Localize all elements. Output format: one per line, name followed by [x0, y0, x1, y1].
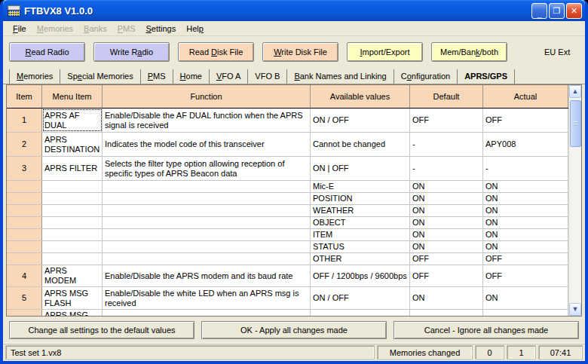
cell-item[interactable] [7, 217, 42, 228]
cell-default[interactable]: OFF [410, 109, 483, 132]
read-disk-file-button[interactable]: Read Disk File [178, 42, 254, 62]
cell-available[interactable]: POSITION [311, 193, 410, 204]
cell-function[interactable] [103, 217, 311, 228]
cell-function[interactable] [103, 253, 311, 265]
ok-button[interactable]: OK - Apply all changes made [201, 321, 387, 339]
cell-menu-item[interactable]: APRS MSG TXT [42, 310, 103, 316]
cell-actual[interactable]: OFF [483, 253, 568, 265]
tab-pms[interactable]: PMS [141, 69, 173, 84]
import-export-button[interactable]: Import/Export [347, 42, 423, 62]
minimize-button[interactable]: _ [531, 3, 547, 19]
cell-actual[interactable]: - [483, 310, 568, 316]
cell-function[interactable]: Indicates the model code of this transce… [103, 133, 311, 156]
cell-default[interactable]: OFF [410, 253, 483, 265]
tab-aprs-gps[interactable]: APRS/GPS [458, 69, 515, 84]
cell-item[interactable] [7, 193, 42, 204]
cell-function[interactable]: Selects the filter type option allowing … [103, 157, 311, 180]
cell-item[interactable]: 6 [7, 310, 42, 316]
cell-item[interactable]: 2 [7, 133, 42, 156]
cell-function[interactable] [103, 193, 311, 204]
cell-actual[interactable]: OFF [483, 109, 568, 132]
cell-function[interactable]: Enable/Disable the AF DUAL function when… [103, 109, 311, 132]
cell-available[interactable]: OTHER [311, 253, 410, 265]
cell-actual[interactable]: ON [483, 287, 568, 309]
menu-item-file[interactable]: File [8, 23, 32, 35]
cell-default[interactable]: ON [410, 181, 483, 192]
tab-home[interactable]: Home [173, 69, 210, 84]
change-all-settings-to-the-default-values-button[interactable]: Change all settings to the default value… [9, 321, 194, 339]
cell-menu-item[interactable] [42, 193, 103, 204]
tab-bank-names-and-linking[interactable]: Bank Names and Linking [287, 69, 394, 84]
cell-default[interactable]: OFF [410, 265, 483, 286]
cell-available[interactable]: WEATHER [311, 205, 410, 216]
cell-actual[interactable]: ON [483, 229, 568, 240]
cell-available[interactable]: ON / OFF [311, 287, 410, 309]
cell-function[interactable]: Enable/Disable the APRS modem and its ba… [103, 265, 311, 286]
cancel-button[interactable]: Cancel - Ignore all changes made [394, 321, 579, 339]
cell-menu-item[interactable]: APRS MSG FLASH [42, 287, 103, 309]
write-disk-file-button[interactable]: Write Disk File [262, 42, 338, 62]
cell-default[interactable]: ON [410, 205, 483, 216]
cell-available[interactable]: ON / OFF [311, 109, 410, 132]
cell-item[interactable]: 1 [7, 109, 42, 132]
cell-item[interactable] [7, 205, 42, 216]
cell-available[interactable]: Cannot be changed [311, 133, 410, 156]
cell-available[interactable]: Mic-E [311, 181, 410, 192]
cell-menu-item[interactable] [42, 229, 103, 240]
cell-available[interactable]: ON | OFF [311, 157, 410, 180]
cell-function[interactable]: Enable/Disable the white LED when an APR… [103, 287, 311, 309]
cell-available[interactable]: 5 messages [311, 310, 410, 316]
cell-default[interactable]: - [410, 133, 483, 156]
tab-vfo-a[interactable]: VFO A [210, 69, 248, 84]
cell-actual[interactable]: - [483, 157, 568, 180]
cell-menu-item[interactable] [42, 241, 103, 252]
cell-menu-item[interactable] [42, 253, 103, 265]
cell-actual[interactable]: ON [483, 193, 568, 204]
close-button[interactable]: ✕ [566, 3, 582, 19]
cell-menu-item[interactable]: APRS MODEM [42, 265, 103, 286]
menu-item-help[interactable]: Help [181, 23, 209, 35]
cell-item[interactable] [7, 253, 42, 265]
cell-item[interactable]: 5 [7, 287, 42, 309]
cell-actual[interactable]: APY008 [483, 133, 568, 156]
cell-actual[interactable]: ON [483, 217, 568, 228]
tab-special-memories[interactable]: Special Memories [60, 69, 140, 84]
maximize-button[interactable]: ❐ [549, 3, 565, 19]
cell-menu-item[interactable]: APRS FILTER [42, 157, 103, 180]
cell-actual[interactable]: ON [483, 181, 568, 192]
cell-actual[interactable]: ON [483, 241, 568, 252]
tab-vfo-b[interactable]: VFO B [248, 69, 287, 84]
cell-item[interactable] [7, 241, 42, 252]
cell-default[interactable]: - [410, 157, 483, 180]
cell-item[interactable] [7, 181, 42, 192]
cell-available[interactable]: OBJECT [311, 217, 410, 228]
cell-default[interactable]: ON [410, 217, 483, 228]
read-radio-button[interactable]: Read Radio [9, 42, 85, 62]
cell-function[interactable] [103, 241, 311, 252]
cell-menu-item[interactable] [42, 217, 103, 228]
cell-function[interactable] [103, 229, 311, 240]
scrollbar-track[interactable] [569, 98, 581, 303]
cell-available[interactable]: STATUS [311, 241, 410, 252]
write-radio-button[interactable]: Write Radio [93, 42, 170, 62]
tab-configuration[interactable]: Configuration [394, 69, 458, 84]
cell-menu-item[interactable] [42, 205, 103, 216]
cell-item[interactable] [7, 229, 42, 240]
cell-default[interactable]: ON [410, 193, 483, 204]
cell-function[interactable]: Programming the Fixed form APRS Messages [103, 310, 311, 316]
cell-menu-item[interactable]: APRS AF DUAL [42, 109, 103, 132]
cell-menu-item[interactable] [42, 181, 103, 192]
vertical-scrollbar[interactable]: ▲ ▼ [568, 85, 581, 316]
cell-actual[interactable]: ON [483, 205, 568, 216]
cell-function[interactable] [103, 205, 311, 216]
scrollbar-thumb[interactable] [570, 100, 581, 147]
cell-default[interactable]: ON [410, 229, 483, 240]
cell-function[interactable] [103, 181, 311, 192]
scroll-down-button[interactable]: ▼ [569, 303, 581, 316]
cell-available[interactable]: ITEM [311, 229, 410, 240]
cell-available[interactable]: OFF / 1200bps / 9600bps [311, 265, 410, 286]
scroll-up-button[interactable]: ▲ [569, 85, 581, 98]
cell-actual[interactable]: OFF [483, 265, 568, 286]
cell-menu-item[interactable]: APRS DESTINATION [42, 133, 103, 156]
cell-default[interactable]: ON [410, 287, 483, 309]
